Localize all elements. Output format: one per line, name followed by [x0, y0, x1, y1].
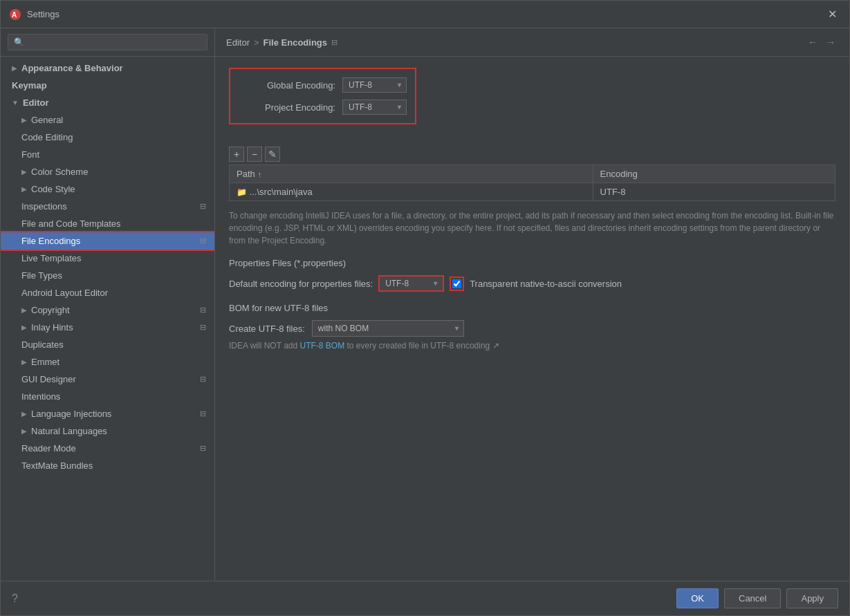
sidebar-item-emmet[interactable]: ▶ Emmet	[1, 353, 214, 371]
sidebar-item-label: Reader Mode	[21, 443, 76, 454]
sidebar-item-label: Code Editing	[21, 132, 73, 142]
sidebar-item-appearance[interactable]: ▶ Appearance & Behavior	[1, 59, 214, 77]
main-layout: ▶ Appearance & Behavior Keymap ▼ Editor …	[1, 28, 849, 581]
nav-back-button[interactable]: ←	[805, 35, 820, 49]
footer-buttons: OK Cancel Apply	[676, 588, 838, 608]
sidebar-item-textmate-bundles[interactable]: TextMate Bundles	[1, 457, 214, 474]
help-button[interactable]: ?	[12, 592, 18, 605]
sidebar-item-reader-mode[interactable]: Reader Mode ⊟	[1, 440, 214, 457]
expand-arrow: ▶	[21, 324, 27, 331]
breadcrumb: Editor > File Encodings ⊟	[226, 37, 338, 48]
table-toolbar: + − ✎	[229, 147, 835, 162]
nav-forward-button[interactable]: →	[823, 35, 838, 49]
bom-section: BOM for new UTF-8 files Create UTF-8 fil…	[229, 303, 835, 351]
ok-button[interactable]: OK	[676, 588, 719, 608]
expand-arrow: ▶	[21, 358, 27, 366]
bom-row: Create UTF-8 files: with NO BOM with BOM…	[229, 320, 835, 337]
settings-icon: ⊟	[200, 202, 206, 211]
expand-arrow: ▶	[21, 116, 27, 124]
project-encoding-label: Project Encoding:	[239, 102, 335, 113]
breadcrumb-parent: Editor	[226, 37, 250, 48]
project-encoding-select-wrapper: UTF-8 ISO-8859-1 US-ASCII UTF-16 ▼	[342, 100, 407, 115]
sidebar-item-language-injections[interactable]: ▶ Language Injections ⊟	[1, 405, 214, 422]
sidebar-item-intentions[interactable]: Intentions	[1, 388, 214, 405]
sidebar-item-natural-languages[interactable]: ▶ Natural Languages	[1, 422, 214, 440]
content-area: Editor > File Encodings ⊟ ← → Global Enc…	[215, 28, 849, 581]
edit-encoding-button[interactable]: ✎	[265, 147, 280, 162]
settings-icon: ⊟	[200, 236, 206, 245]
encoding-table: Path ↑ Encoding 📁 ...\src\main\java	[229, 165, 835, 201]
content-body: Global Encoding: UTF-8 ISO-8859-1 US-ASC…	[215, 57, 849, 581]
properties-encoding-select[interactable]: UTF-8 ISO-8859-1 US-ASCII	[380, 277, 443, 290]
sidebar-item-label: Copyright	[31, 305, 70, 315]
content-header: Editor > File Encodings ⊟ ← →	[215, 28, 849, 57]
sidebar-item-label: Language Injections	[31, 409, 111, 419]
encoding-column-header: Encoding	[593, 165, 835, 183]
table-cell-encoding: UTF-8	[593, 183, 835, 201]
bom-select-wrapper: with NO BOM with BOM with BOM (always) ▼	[312, 320, 464, 337]
expand-arrow: ▼	[12, 99, 19, 106]
sidebar-item-label: GUI Designer	[21, 374, 76, 384]
sidebar-item-duplicates[interactable]: Duplicates	[1, 336, 214, 353]
sidebar-item-label: Natural Languages	[31, 426, 107, 436]
global-encoding-select-wrapper: UTF-8 ISO-8859-1 US-ASCII UTF-16 ▼	[342, 77, 407, 93]
bom-link[interactable]: UTF-8 BOM	[299, 341, 344, 351]
sidebar-item-copyright[interactable]: ▶ Copyright ⊟	[1, 301, 214, 319]
project-encoding-select[interactable]: UTF-8 ISO-8859-1 US-ASCII UTF-16	[342, 100, 407, 115]
sidebar-item-live-templates[interactable]: Live Templates	[1, 250, 214, 267]
sidebar-item-code-editing[interactable]: Code Editing	[1, 129, 214, 146]
sidebar-item-keymap[interactable]: Keymap	[1, 77, 214, 94]
expand-arrow: ▶	[21, 410, 27, 418]
global-encoding-row: Global Encoding: UTF-8 ISO-8859-1 US-ASC…	[239, 77, 407, 93]
sidebar-item-label: General	[31, 115, 63, 125]
add-encoding-button[interactable]: +	[229, 147, 244, 162]
sidebar-item-label: Inspections	[21, 201, 67, 212]
folder-icon: 📁	[237, 187, 247, 197]
sidebar-item-code-style[interactable]: ▶ Code Style	[1, 180, 214, 198]
expand-arrow: ▶	[21, 168, 27, 176]
dialog-title: Settings	[27, 9, 59, 19]
search-input[interactable]	[8, 34, 207, 50]
sidebar-item-general[interactable]: ▶ General	[1, 111, 214, 129]
sidebar-item-android-layout[interactable]: Android Layout Editor	[1, 284, 214, 301]
sidebar-content: ▶ Appearance & Behavior Keymap ▼ Editor …	[1, 57, 214, 581]
sidebar-item-label: Code Style	[31, 184, 75, 194]
footer: ? OK Cancel Apply	[1, 581, 849, 615]
app-icon: A	[9, 8, 21, 21]
sidebar-item-gui-designer[interactable]: GUI Designer ⊟	[1, 371, 214, 388]
expand-arrow: ▶	[21, 185, 27, 193]
bom-label: Create UTF-8 files:	[229, 324, 305, 334]
table-cell-path: 📁 ...\src\main\java	[230, 183, 593, 201]
remove-encoding-button[interactable]: −	[247, 147, 262, 162]
settings-icon: ⊟	[200, 323, 206, 332]
table-row[interactable]: 📁 ...\src\main\java UTF-8	[230, 183, 835, 201]
apply-button[interactable]: Apply	[786, 588, 838, 608]
sidebar-item-color-scheme[interactable]: ▶ Color Scheme	[1, 163, 214, 180]
sidebar-item-editor[interactable]: ▼ Editor	[1, 94, 214, 111]
global-encoding-select[interactable]: UTF-8 ISO-8859-1 US-ASCII UTF-16	[342, 77, 407, 93]
sidebar-item-label: Intentions	[21, 391, 60, 402]
sidebar-item-label: Color Scheme	[31, 167, 88, 177]
sidebar-item-file-code-templates[interactable]: File and Code Templates	[1, 215, 214, 232]
transparent-conversion-label: Transparent native-to-ascii conversion	[470, 279, 622, 289]
close-button[interactable]: ✕	[824, 6, 841, 22]
transparent-conversion-checkbox[interactable]	[452, 279, 461, 288]
sidebar-item-font[interactable]: Font	[1, 146, 214, 163]
breadcrumb-icon: ⊟	[331, 38, 338, 47]
breadcrumb-current: File Encodings	[264, 37, 327, 48]
sidebar-item-file-encodings[interactable]: File Encodings ⊟	[1, 232, 214, 250]
title-bar: A Settings ✕	[1, 1, 849, 28]
properties-select-highlight: UTF-8 ISO-8859-1 US-ASCII ▼	[378, 275, 444, 292]
breadcrumb-separator: >	[254, 37, 259, 48]
settings-dialog: A Settings ✕ ▶ Appearance & Behavior Key…	[0, 0, 850, 616]
settings-icon: ⊟	[200, 444, 206, 453]
nav-arrows: ← →	[805, 35, 838, 49]
sidebar-item-inlay-hints[interactable]: ▶ Inlay Hints ⊟	[1, 319, 214, 336]
properties-encoding-label: Default encoding for properties files:	[229, 279, 373, 289]
cancel-button[interactable]: Cancel	[724, 588, 781, 608]
sidebar-item-file-types[interactable]: File Types	[1, 267, 214, 284]
sidebar-item-inspections[interactable]: Inspections ⊟	[1, 198, 214, 215]
bom-select[interactable]: with NO BOM with BOM with BOM (always)	[312, 320, 464, 337]
global-encoding-label: Global Encoding:	[239, 80, 335, 91]
info-text: To change encoding IntelliJ IDEA uses fo…	[229, 209, 835, 247]
